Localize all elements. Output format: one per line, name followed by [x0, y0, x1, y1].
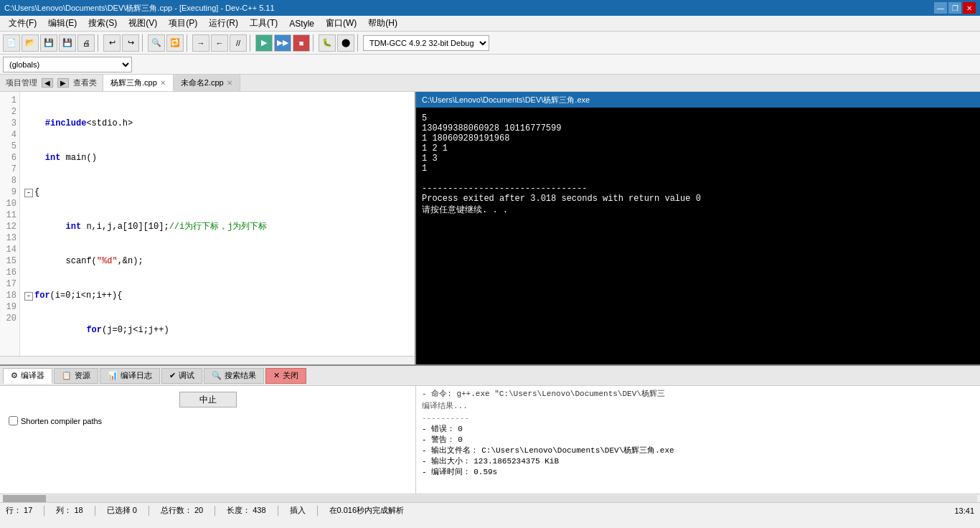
- status-sep-2: [95, 506, 95, 516]
- nav-next-btn[interactable]: ▶: [57, 78, 69, 88]
- menu-view[interactable]: 视图(V): [123, 16, 163, 31]
- compile-left: 中止 Shorten compiler paths: [0, 386, 416, 494]
- tb-open-btn[interactable]: 📂: [22, 34, 39, 52]
- tb-sep1: [98, 34, 100, 52]
- cmd-line: - 命令: g++.exe "C:\Users\Lenovo\Documents…: [422, 389, 974, 400]
- tb-new-btn[interactable]: 📄: [3, 34, 20, 52]
- terminal-line-6: 1: [422, 164, 974, 174]
- tb-stop-btn[interactable]: ■: [293, 34, 310, 52]
- menu-run[interactable]: 运行(R): [203, 16, 244, 31]
- menu-tools[interactable]: 工具(T): [244, 16, 283, 31]
- code-line-7: for(j=0;j<i;j++): [24, 324, 410, 336]
- menu-astyle[interactable]: AStyle: [283, 17, 320, 30]
- tab-file2[interactable]: 未命名2.cpp ✕: [174, 75, 240, 91]
- tab-file1-close[interactable]: ✕: [160, 79, 166, 87]
- toolbar: 📄 📂 💾 💾 🖨 ↩ ↪ 🔍 🔁 → ← // ▶ ▶▶ ■ 🐛 ⬤ TDM-…: [0, 32, 980, 55]
- menu-search[interactable]: 搜索(S): [83, 16, 123, 31]
- code-line-3: -{: [24, 187, 410, 198]
- menu-window[interactable]: 窗口(W): [320, 16, 362, 31]
- status-col: 列： 18: [56, 505, 83, 516]
- menu-file[interactable]: 文件(F): [3, 16, 42, 31]
- code-scrollbar-h[interactable]: [0, 356, 415, 364]
- tab-file1[interactable]: 杨辉三角.cpp ✕: [103, 75, 174, 91]
- tb-run-btn[interactable]: ▶▶: [274, 34, 291, 52]
- time-val: 0.59s: [473, 467, 497, 478]
- shorten-area: Shorten compiler paths: [0, 413, 415, 428]
- menu-help[interactable]: 帮助(H): [362, 16, 403, 31]
- status-row: 行： 17: [6, 505, 32, 516]
- tb-indent-btn[interactable]: →: [192, 34, 209, 52]
- tb-comment-btn[interactable]: //: [230, 34, 247, 52]
- restore-button[interactable]: ❐: [948, 2, 961, 14]
- status-sep-1: [44, 506, 44, 516]
- status-insert: 插入: [290, 505, 306, 516]
- tb-find-btn[interactable]: 🔍: [148, 34, 165, 52]
- compiler-select[interactable]: TDM-GCC 4.9.2 32-bit Debug: [363, 35, 489, 51]
- code-line-4: int n,i,j,a[10][10];//i为行下标，j为列下标: [24, 221, 410, 232]
- bottom-tab-close[interactable]: ✕ 关闭: [265, 368, 306, 384]
- line-numbers: 12345 678910 1112131415 1617181920: [0, 92, 20, 356]
- log-icon: 📊: [108, 371, 118, 380]
- shorten-label[interactable]: Shorten compiler paths: [21, 417, 102, 425]
- cmd-text: 命令: g++.exe "C:\Users\Lenovo\Documents\D…: [431, 390, 665, 398]
- title-bar: C:\Users\Lenovo\Documents\DEV\杨辉三角.cpp -…: [0, 0, 980, 16]
- tab-file2-close[interactable]: ✕: [227, 79, 232, 87]
- code-editor[interactable]: 12345 678910 1112131415 1617181920 #incl…: [0, 92, 416, 364]
- shorten-checkbox[interactable]: [9, 416, 18, 425]
- minimize-button[interactable]: —: [934, 2, 947, 14]
- bottom-tab-resources[interactable]: 📋 资源: [54, 368, 98, 384]
- close-button[interactable]: ✕: [963, 2, 976, 14]
- status-total: 总行数： 20: [161, 505, 203, 516]
- menu-project[interactable]: 项目(P): [163, 16, 203, 31]
- tb-undo-btn[interactable]: ↩: [103, 34, 121, 52]
- tb-redo-btn[interactable]: ↪: [122, 34, 139, 52]
- bottom-tabs: ⚙ 编译器 📋 资源 📊 编译日志 ✔ 调试 🔍 搜索结果 ✕ 关闭: [0, 366, 980, 386]
- output-size-line: - 输出大小： 123.1865234375 KiB: [422, 456, 974, 467]
- close-icon: ✕: [273, 371, 280, 380]
- code-line-2: int main(): [24, 152, 410, 164]
- bottom-tab-debug[interactable]: ✔ 调试: [161, 368, 202, 384]
- warnings-line: - 警告： 0: [422, 435, 974, 446]
- globals-select[interactable]: (globals): [3, 57, 132, 72]
- terminal-process: Process exited after 3.018 seconds with …: [422, 194, 974, 204]
- status-parse: 在0.016秒内完成解析: [329, 505, 405, 516]
- tb-replace-btn[interactable]: 🔁: [166, 34, 184, 52]
- terminal-line-7: [422, 174, 974, 184]
- bottom-tab-compile-log[interactable]: 📊 编译日志: [100, 368, 160, 384]
- bottom-tab-search[interactable]: 🔍 搜索结果: [204, 368, 264, 384]
- stop-button[interactable]: 中止: [179, 392, 237, 407]
- code-lines[interactable]: #include<stdio.h> int main() -{ int n,i,…: [20, 92, 415, 356]
- tab-file1-label: 杨辉三角.cpp: [110, 77, 157, 88]
- size-label: - 输出大小：: [422, 456, 471, 467]
- errors-label: - 错误：: [422, 424, 455, 435]
- terminal-title: C:\Users\Lenovo\Documents\DEV\杨辉三角.exe: [422, 95, 590, 105]
- tb-unindent-btn[interactable]: ←: [211, 34, 228, 52]
- tb-save-btn[interactable]: 💾: [40, 34, 57, 52]
- size-val: 123.1865234375 KiB: [473, 456, 559, 467]
- tb-compile-btn[interactable]: ▶: [255, 34, 273, 52]
- nav-prev-btn[interactable]: ◀: [42, 78, 53, 88]
- compiler-icon: ⚙: [11, 371, 18, 380]
- fold-6[interactable]: -: [24, 292, 33, 301]
- compile-output: - 命令: g++.exe "C:\Users\Lenovo\Documents…: [416, 386, 980, 494]
- bottom-tab-compiler[interactable]: ⚙ 编译器: [3, 368, 52, 384]
- tab-bar: 项目管理 ◀ ▶ 查看类 杨辉三角.cpp ✕ 未命名2.cpp ✕: [0, 75, 980, 92]
- menu-edit[interactable]: 编辑(E): [42, 16, 83, 31]
- errors-val: 0: [458, 424, 463, 435]
- tb-saveall-btn[interactable]: 💾: [59, 34, 76, 52]
- fold-3[interactable]: -: [24, 189, 33, 197]
- terminal-line-4: 1 2 1: [422, 143, 974, 154]
- tb-print-btn[interactable]: 🖨: [77, 34, 95, 52]
- tb-debug-btn[interactable]: 🐛: [319, 34, 336, 52]
- hscroll-thumb[interactable]: [3, 495, 46, 502]
- result-label: 编译结果...: [422, 401, 974, 412]
- tb-sep4: [250, 34, 253, 52]
- terminal-line-1: 5: [422, 113, 974, 123]
- terminal-container: C:\Users\Lenovo\Documents\DEV\杨辉三角.exe 5…: [416, 92, 980, 364]
- status-sep-5: [278, 506, 278, 516]
- tb-breakpoint-btn[interactable]: ⬤: [337, 34, 354, 52]
- bottom-scrollbar[interactable]: [0, 494, 980, 502]
- hscroll-track: [3, 495, 977, 502]
- terminal-line-3: 1 180609289191968: [422, 133, 974, 143]
- project-label: 项目管理: [6, 77, 37, 88]
